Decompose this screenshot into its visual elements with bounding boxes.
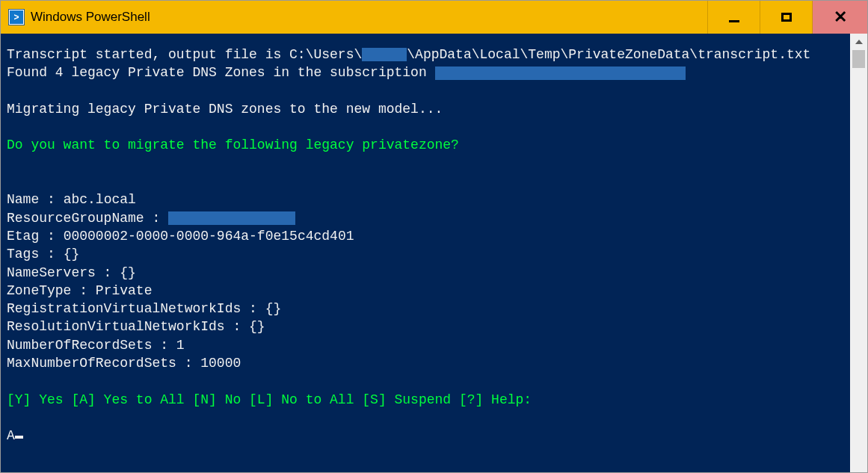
- property-key: NumberOfRecordSets :: [7, 338, 176, 353]
- property-value: {}: [249, 319, 265, 334]
- output-line: Migrating legacy Private DNS zones to th…: [7, 100, 844, 118]
- console-area: Transcript started, output file is C:\Us…: [1, 34, 867, 472]
- scroll-thumb[interactable]: [852, 50, 865, 68]
- property-row: Tags : {}: [7, 245, 844, 263]
- scroll-up-arrow[interactable]: [850, 34, 867, 50]
- property-key: Name :: [7, 192, 64, 207]
- powershell-window: > Windows PowerShell ✕ Transcript starte…: [0, 0, 868, 473]
- property-row: RegistrationVirtualNetworkIds : {}: [7, 300, 844, 318]
- property-value: 00000002-0000-0000-964a-f0e15c4cd401: [64, 229, 354, 244]
- property-key: MaxNumberOfRecordSets :: [7, 356, 200, 371]
- property-value: Private: [96, 283, 153, 298]
- property-row: NumberOfRecordSets : 1: [7, 336, 844, 354]
- maximize-icon: [781, 13, 792, 22]
- property-value: {}: [120, 265, 136, 280]
- property-row: ZoneType : Private: [7, 282, 844, 300]
- redacted-username: [362, 48, 407, 61]
- maximize-button[interactable]: [760, 1, 812, 34]
- property-key: RegistrationVirtualNetworkIds :: [7, 301, 265, 316]
- property-row: Name : abc.local: [7, 191, 844, 208]
- close-icon: ✕: [834, 7, 847, 27]
- redacted-subscription: [435, 67, 686, 80]
- titlebar[interactable]: > Windows PowerShell ✕: [1, 1, 867, 34]
- close-button[interactable]: ✕: [812, 1, 867, 34]
- property-key: Etag :: [7, 229, 64, 244]
- prompt-options: [Y] Yes [A] Yes to All [N] No [L] No to …: [7, 391, 844, 409]
- redacted-value: [168, 211, 295, 225]
- property-row: NameServers : {}: [7, 264, 844, 282]
- property-row: MaxNumberOfRecordSets : 10000: [7, 354, 844, 372]
- chevron-up-icon: [855, 40, 863, 44]
- property-row: ResourceGroupName :: [7, 209, 844, 227]
- property-value: {}: [265, 301, 282, 316]
- output-line: Transcript started, output file is C:\Us…: [7, 46, 844, 64]
- property-row: ResolutionVirtualNetworkIds : {}: [7, 318, 844, 336]
- vertical-scrollbar[interactable]: [850, 34, 867, 472]
- window-controls: ✕: [707, 1, 867, 34]
- powershell-icon: >: [8, 9, 25, 25]
- svg-marker-0: [855, 40, 863, 44]
- property-key: ResolutionVirtualNetworkIds :: [7, 319, 249, 334]
- property-row: Etag : 00000002-0000-0000-964a-f0e15c4cd…: [7, 227, 844, 245]
- property-key: Tags :: [7, 247, 64, 262]
- window-title: Windows PowerShell: [31, 10, 707, 25]
- console-output[interactable]: Transcript started, output file is C:\Us…: [1, 34, 850, 472]
- output-line: Found 4 legacy Private DNS Zones in the …: [7, 64, 844, 81]
- minimize-icon: [729, 20, 739, 22]
- input-line[interactable]: A: [7, 427, 844, 445]
- property-key: ZoneType :: [7, 283, 96, 298]
- property-value: abc.local: [64, 192, 136, 207]
- minimize-button[interactable]: [707, 1, 760, 34]
- property-value: {}: [64, 247, 80, 262]
- property-value: 1: [176, 338, 185, 353]
- property-value: 10000: [200, 356, 241, 371]
- cursor: [15, 436, 23, 439]
- property-key: ResourceGroupName :: [7, 211, 168, 226]
- property-key: NameServers :: [7, 265, 120, 280]
- prompt-question: Do you want to migrate the following leg…: [7, 136, 844, 154]
